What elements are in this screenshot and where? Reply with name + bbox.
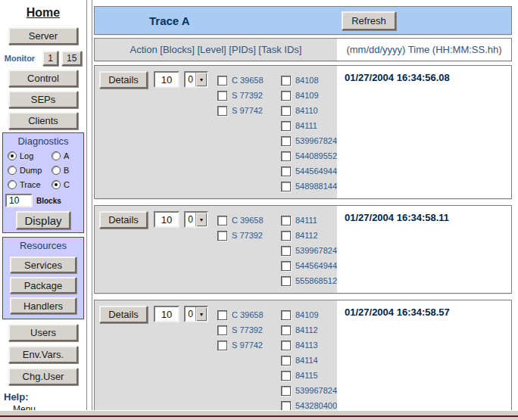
checkbox-84115[interactable] [281,371,291,381]
checkbox-84108[interactable] [281,76,291,86]
checkbox-s-97742[interactable] [217,341,227,350]
frame-resize-handle[interactable] [86,0,92,410]
chevron-down-icon[interactable]: ▼ [195,73,207,86]
radio-option-log[interactable]: Log [8,148,51,163]
diagnostics-title: Diagnostics [3,135,83,147]
checkbox-s-77392[interactable] [217,91,227,101]
resources-handlers-button[interactable]: Handlers [10,297,76,314]
checkbox-label: 84108 [295,76,319,85]
radio-icon[interactable] [8,180,17,189]
radio-icon[interactable] [51,151,61,160]
checkbox-s-77392[interactable] [217,325,227,335]
checkbox-84110[interactable] [281,106,291,116]
display-button[interactable]: Display [16,211,70,229]
checkbox-label: 544564944 [295,166,337,176]
resources-package-button[interactable]: Package [10,277,76,294]
radio-icon[interactable] [51,180,61,189]
checkbox-544564944[interactable] [281,166,291,176]
pid-list: C 39658S 77392 [217,213,275,243]
checkbox-544564944[interactable] [281,261,291,271]
checkbox-555868512[interactable] [281,276,291,286]
details-button[interactable]: Details [99,71,148,89]
checkbox-c-39658[interactable] [217,216,227,226]
checkbox-548988144[interactable] [281,182,291,191]
checkbox-c-39658[interactable] [217,310,227,320]
home-link[interactable]: Home [27,6,60,20]
sidebar-item-seps-button[interactable]: SEPs [8,91,78,108]
task-checkbox-row: 84112 [281,228,337,243]
record-blocks-input[interactable] [154,211,179,228]
resources-services-button[interactable]: Services [10,257,76,273]
pid-checkbox-row: C 39658 [217,307,275,322]
checkbox-84113[interactable] [281,341,291,350]
blocks-row: Blocks [5,193,83,208]
help-title: Help: [4,391,86,403]
checkbox-84111[interactable] [281,121,291,131]
record-blocks-input[interactable] [154,71,179,88]
checkbox-s-77392[interactable] [217,231,227,241]
checkbox-84109[interactable] [281,310,291,320]
chevron-down-icon[interactable]: ▼ [195,307,207,321]
details-button[interactable]: Details [99,306,148,323]
monitor-15-button[interactable]: 15 [61,51,82,66]
checkbox-539967824[interactable] [281,386,291,396]
radio-option-c[interactable]: C [51,177,82,191]
checkbox-543280400[interactable] [281,401,291,411]
blocks-input[interactable] [5,194,33,207]
server-button[interactable]: Server [8,27,78,45]
diagnostics-radio-group: LogADumpBTraceC [3,148,83,191]
checkbox-c-39658[interactable] [217,76,227,86]
radio-icon[interactable] [8,151,17,160]
details-button[interactable]: Details [99,211,148,229]
level-select[interactable]: 0 ▼ [184,306,208,322]
level-select[interactable]: 0 ▼ [184,211,208,228]
radio-icon[interactable] [51,166,61,175]
checkbox-84112[interactable] [281,325,291,335]
checkbox-84109[interactable] [281,91,291,101]
page-title: Trace A [149,14,190,27]
sidebar-item-users-button[interactable]: Users [8,324,78,341]
trace-record: Details 0 ▼ C 39658S 77392S 97742 841098… [94,300,512,410]
resources-title: Resources [3,240,83,251]
checkbox-label: S 97742 [232,341,263,350]
diagnostics-panel: Diagnostics LogADumpBTraceC Blocks Displ… [2,132,84,233]
radio-label: Trace [20,180,41,189]
main-content: Trace A Refresh Action [Blocks] [Level] … [94,6,512,410]
radio-option-a[interactable]: A [51,148,82,163]
bottom-frame-bar [0,410,518,420]
checkbox-84112[interactable] [281,231,291,241]
sidebar-item-chg-user-button[interactable]: Chg.User [8,368,78,385]
checkbox-label: S 97742 [232,106,263,115]
level-select-value: 0 [186,307,195,321]
monitor-1-button[interactable]: 1 [42,51,58,66]
radio-label: C [64,180,70,189]
checkbox-label: 544564944 [295,261,337,270]
checkbox-544089552[interactable] [281,151,291,161]
record-blocks-input[interactable] [154,306,179,322]
checkbox-label: S 77392 [232,231,263,240]
level-select[interactable]: 0 ▼ [184,71,208,88]
checkbox-84111[interactable] [281,216,291,226]
checkbox-539967824[interactable] [281,136,291,146]
checkbox-label: 84109 [295,310,319,319]
column-header-row: Action [Blocks] [Level] [PIDs] [Task IDs… [94,38,512,61]
checkbox-s-97742[interactable] [217,106,227,116]
record-timestamp: 01/27/2004 16:34:56.08 [337,66,511,198]
checkbox-84114[interactable] [281,356,291,366]
radio-option-trace[interactable]: Trace [8,177,51,191]
sidebar-item-control-button[interactable]: Control [8,70,78,87]
sidebar-item-clients-button[interactable]: Clients [8,112,78,129]
sidebar-item-env-vars-button[interactable]: Env.Vars. [8,346,78,363]
radio-option-dump[interactable]: Dump [8,163,51,177]
checkbox-label: 548988144 [295,182,337,191]
checkbox-539967824[interactable] [281,246,291,256]
refresh-button[interactable]: Refresh [342,11,396,30]
checkbox-label: 84112 [295,325,318,334]
radio-option-b[interactable]: B [51,163,82,177]
help-link-menu[interactable]: Menu [13,404,36,410]
sidebar-bottom-buttons: UsersEnv.Vars.Chg.User [0,319,86,385]
radio-icon[interactable] [8,166,17,175]
chevron-down-icon[interactable]: ▼ [195,213,207,226]
checkbox-label: 84114 [295,356,318,365]
checkbox-label: 84109 [295,91,319,100]
